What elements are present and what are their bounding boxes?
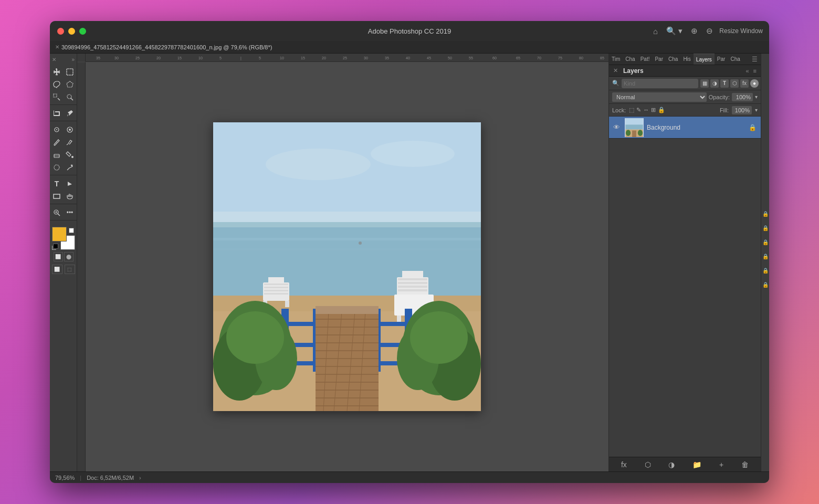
fill-arrow[interactable]: ▾ [755, 107, 758, 113]
filter-toggle[interactable]: ● [750, 79, 759, 88]
layer-item-background[interactable]: 👁 Background 🔒 [609, 117, 761, 139]
toolbox-close[interactable]: ✕ [52, 57, 56, 62]
type-tool[interactable]: T [50, 177, 63, 190]
quick-selection-tool[interactable] [64, 91, 76, 103]
add-style-button[interactable]: fx [619, 459, 629, 470]
pen-tool[interactable] [64, 161, 76, 174]
tab-filename[interactable]: 309894996_475812524491266_44582297877824… [61, 44, 272, 50]
foreground-color-swatch[interactable] [52, 227, 67, 242]
small-fg-swatch [69, 228, 74, 233]
zoom-in-icon[interactable]: ⊕ [689, 25, 700, 37]
quick-mask-mode[interactable]: ⬤ [64, 252, 74, 261]
add-mask-button[interactable]: ⬡ [643, 459, 653, 470]
hand-tool[interactable] [64, 190, 76, 203]
svg-text:5: 5 [259, 56, 261, 60]
svg-text:25: 25 [343, 56, 347, 60]
tab-cha1[interactable]: Cha [623, 54, 637, 65]
screen-mode-button[interactable]: ⬜ [52, 265, 62, 274]
title-bar-right: ⌂ 🔍 ▾ ⊕ ⊖ Resize Window [651, 25, 763, 37]
lock-position-icon[interactable]: ↔ [643, 107, 649, 113]
layer-visibility-toggle[interactable]: 👁 [613, 123, 622, 131]
lasso-tool[interactable] [50, 78, 63, 91]
fill-tool[interactable] [64, 149, 76, 161]
filter-type-icon[interactable]: T [720, 79, 729, 88]
lock-row: Lock: ⬚ ✎ ↔ ⊞ 🔒 Fill: ▾ [609, 104, 761, 117]
svg-text:5: 5 [219, 56, 222, 60]
spot-heal-tool[interactable] [50, 123, 63, 136]
layers-search-input[interactable] [622, 79, 698, 88]
filter-smartobj-icon[interactable]: fx [740, 79, 749, 88]
svg-rect-72 [285, 301, 289, 307]
magic-wand-tool[interactable] [50, 91, 63, 103]
fill-input[interactable] [732, 106, 752, 114]
blend-mode-select[interactable]: Normal Multiply Screen [612, 92, 707, 102]
filter-shape-icon[interactable]: ⬡ [730, 79, 739, 88]
blur-tool[interactable] [50, 161, 63, 174]
zoom-tool[interactable] [50, 206, 63, 219]
standard-mode[interactable]: ⬜ [54, 252, 63, 261]
panel-menu-icon[interactable]: ☰ [752, 56, 758, 63]
svg-rect-61 [213, 248, 481, 250]
tab-cha2[interactable]: Cha [666, 54, 680, 65]
lock-artboard-icon[interactable]: ⊞ [651, 107, 656, 113]
brush-tool[interactable] [50, 136, 63, 149]
tab-layers[interactable]: Layers [694, 54, 715, 65]
minimize-button[interactable] [68, 28, 75, 35]
image-canvas [213, 122, 481, 411]
layers-panel-close[interactable]: ✕ [611, 67, 620, 74]
panel-tab-row-1: Tim Cha Pat! Par Cha His Layers Par Cha … [609, 54, 761, 65]
filter-pixel-icon[interactable]: ▦ [700, 79, 709, 88]
add-group-button[interactable]: 📁 [690, 459, 704, 470]
tab-pat[interactable]: Pat! [638, 54, 653, 65]
svg-point-128 [638, 130, 643, 136]
clone-stamp-tool[interactable] [64, 123, 76, 136]
history-brush-tool[interactable] [64, 136, 76, 149]
maximize-button[interactable] [79, 28, 86, 35]
horizontal-ruler: 35 30 25 20 15 10 5 | 5 10 15 20 25 30 [86, 54, 608, 62]
svg-rect-62 [213, 259, 481, 260]
artboard-mode-button[interactable]: ⬚ [65, 265, 75, 274]
lock-transparency-icon[interactable]: ⬚ [629, 107, 634, 113]
status-arrow[interactable]: › [139, 475, 141, 481]
tab-tim[interactable]: Tim [609, 54, 623, 65]
tab-bar: ✕ 309894996_475812524491266_445822978778… [50, 41, 769, 54]
home-icon[interactable]: ⌂ [651, 26, 660, 37]
tab-par2[interactable]: Par [715, 54, 728, 65]
layers-panel-more[interactable]: ≡ [751, 68, 759, 74]
close-button[interactable] [57, 28, 64, 35]
svg-text:20: 20 [322, 56, 326, 60]
lock-image-icon[interactable]: ✎ [636, 107, 641, 113]
crop-tool[interactable] [50, 107, 63, 120]
eyedropper-tool[interactable] [64, 107, 76, 120]
tab-his[interactable]: His [680, 54, 693, 65]
opacity-arrow[interactable]: ▾ [755, 94, 758, 100]
svg-line-15 [58, 214, 60, 216]
polygonal-lasso-tool[interactable] [64, 78, 76, 91]
lock-all-icon[interactable]: 🔒 [658, 107, 665, 113]
rectangle-tool[interactable] [50, 190, 63, 203]
tab-cha3[interactable]: Cha [728, 54, 742, 65]
move-tool[interactable] [50, 66, 63, 78]
delete-layer-button[interactable]: 🗑 [739, 459, 751, 470]
path-select-tool[interactable] [64, 177, 76, 190]
svg-rect-70 [268, 277, 284, 282]
tab-close-button[interactable]: ✕ [55, 44, 59, 50]
opacity-input[interactable] [732, 93, 753, 101]
toolbox-expand[interactable]: » [71, 57, 75, 62]
add-layer-button[interactable]: + [717, 459, 726, 470]
retouching-tools [50, 122, 77, 175]
swap-colors[interactable] [52, 246, 56, 250]
resize-window-button[interactable]: Resize Window [719, 27, 763, 35]
fill-label: Fill: [720, 107, 729, 113]
search-icon[interactable]: 🔍 ▾ [664, 25, 685, 37]
eraser-tool[interactable] [50, 149, 63, 161]
filter-adjust-icon[interactable]: ◑ [710, 79, 719, 88]
more-tools-button[interactable]: ••• [64, 206, 76, 219]
svg-marker-1 [67, 81, 73, 87]
layers-panel-expand[interactable]: « [743, 68, 751, 74]
canvas-scroll[interactable] [86, 62, 608, 471]
marquee-tool[interactable] [64, 66, 76, 78]
zoom-out-icon[interactable]: ⊖ [704, 25, 715, 37]
add-adjustment-button[interactable]: ◑ [666, 459, 677, 470]
tab-par1[interactable]: Par [652, 54, 666, 65]
